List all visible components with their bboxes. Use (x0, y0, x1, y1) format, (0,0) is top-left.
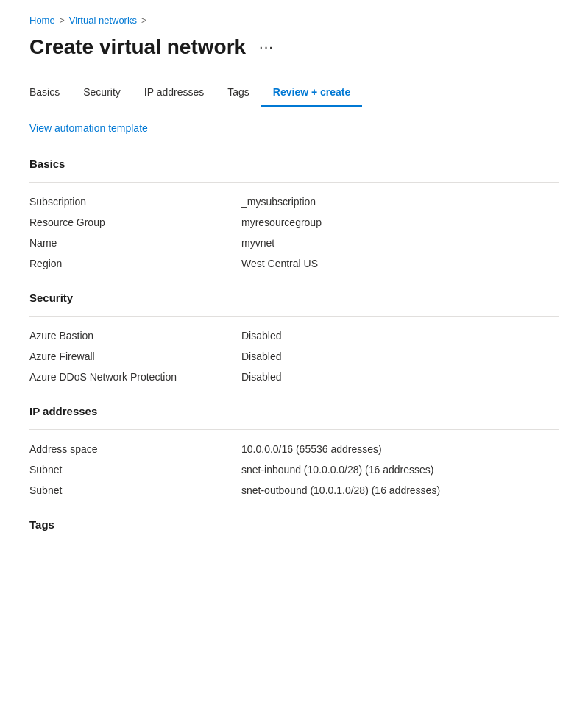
tab-tags[interactable]: Tags (216, 80, 261, 107)
subnet-inbound-label: Subnet (29, 464, 235, 476)
azure-firewall-label: Azure Firewall (29, 350, 235, 362)
subscription-row: Subscription _mysubscription (29, 191, 559, 212)
automation-template-link[interactable]: View automation template (29, 122, 148, 134)
region-row: Region West Central US (29, 253, 559, 274)
ip-addresses-section-title: IP addresses (29, 405, 559, 417)
basics-divider (29, 182, 559, 183)
ip-addresses-divider (29, 429, 559, 430)
azure-bastion-value: Disabled (241, 330, 559, 342)
region-value: West Central US (241, 258, 559, 269)
security-section-title: Security (29, 292, 559, 304)
azure-ddos-value: Disabled (241, 371, 559, 383)
ellipsis-button[interactable]: ··· (255, 37, 278, 57)
breadcrumb: Home > Virtual networks > (29, 15, 559, 26)
subnet-outbound-value: snet-outbound (10.0.1.0/28) (16 addresse… (241, 484, 559, 496)
tab-ip-addresses[interactable]: IP addresses (132, 80, 216, 107)
subnet-outbound-row: Subnet snet-outbound (10.0.1.0/28) (16 a… (29, 480, 559, 501)
security-divider (29, 316, 559, 317)
subnet-outbound-label: Subnet (29, 484, 235, 496)
page-container: Home > Virtual networks > Create virtual… (0, 0, 588, 590)
tab-basics[interactable]: Basics (29, 80, 71, 107)
name-label: Name (29, 237, 235, 249)
azure-ddos-label: Azure DDoS Network Protection (29, 371, 235, 383)
breadcrumb-separator-2: > (141, 15, 146, 26)
subscription-label: Subscription (29, 196, 235, 208)
address-space-label: Address space (29, 443, 235, 455)
subscription-value: _mysubscription (241, 196, 559, 208)
address-space-row: Address space 10.0.0.0/16 (65536 address… (29, 439, 559, 459)
breadcrumb-separator-1: > (60, 15, 65, 26)
name-row: Name myvnet (29, 233, 559, 253)
subnet-inbound-row: Subnet snet-inbound (10.0.0.0/28) (16 ad… (29, 459, 559, 480)
azure-firewall-value: Disabled (241, 350, 559, 362)
basics-section-title: Basics (29, 158, 559, 170)
page-title: Create virtual network (29, 35, 246, 60)
tabs-bar: Basics Security IP addresses Tags Review… (29, 80, 559, 107)
resource-group-row: Resource Group myresourcegroup (29, 212, 559, 233)
subnet-inbound-value: snet-inbound (10.0.0.0/28) (16 addresses… (241, 464, 559, 476)
azure-firewall-row: Azure Firewall Disabled (29, 346, 559, 367)
resource-group-label: Resource Group (29, 216, 235, 228)
azure-bastion-label: Azure Bastion (29, 330, 235, 342)
tags-section: Tags (29, 518, 559, 543)
tags-section-title: Tags (29, 518, 559, 531)
tab-review-create[interactable]: Review + create (261, 80, 362, 107)
address-space-value: 10.0.0.0/16 (65536 addresses) (241, 443, 559, 455)
azure-bastion-row: Azure Bastion Disabled (29, 325, 559, 346)
page-title-row: Create virtual network ··· (29, 35, 559, 60)
region-label: Region (29, 258, 235, 269)
resource-group-value: myresourcegroup (241, 216, 559, 228)
tab-security[interactable]: Security (71, 80, 132, 107)
breadcrumb-virtual-networks[interactable]: Virtual networks (69, 15, 137, 26)
azure-ddos-row: Azure DDoS Network Protection Disabled (29, 367, 559, 387)
basics-section: Basics Subscription _mysubscription Reso… (29, 158, 559, 274)
tags-divider (29, 543, 559, 543)
breadcrumb-home[interactable]: Home (29, 15, 55, 26)
ip-addresses-section: IP addresses Address space 10.0.0.0/16 (… (29, 405, 559, 501)
name-value: myvnet (241, 237, 559, 249)
security-section: Security Azure Bastion Disabled Azure Fi… (29, 292, 559, 387)
